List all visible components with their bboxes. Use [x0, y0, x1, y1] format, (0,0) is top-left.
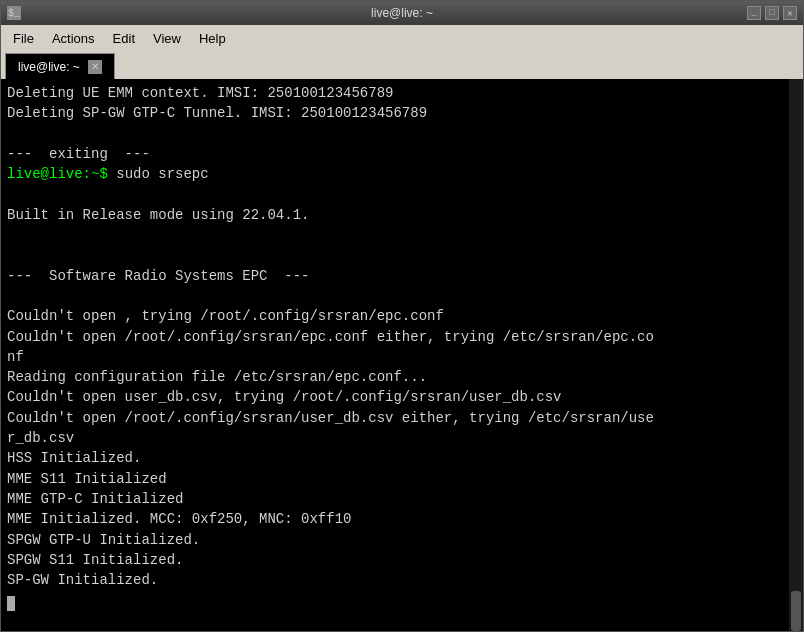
terminal-window: $_ live@live: ~ _ □ ✕ File Actions Edit …: [0, 0, 804, 632]
terminal-line: Couldn't open /root/.config/srsran/user_…: [7, 408, 783, 428]
close-button[interactable]: ✕: [783, 6, 797, 20]
window-title: live@live: ~: [371, 6, 433, 20]
terminal-line: SPGW GTP-U Initialized.: [7, 530, 783, 550]
terminal-line: Deleting SP-GW GTP-C Tunnel. IMSI: 25010…: [7, 103, 783, 123]
menu-file[interactable]: File: [5, 29, 42, 48]
scrollbar[interactable]: [789, 79, 803, 631]
terminal-line: [7, 245, 783, 265]
terminal-prompt-line: live@live:~$ sudo srsepc: [7, 164, 783, 184]
terminal-line: Built in Release mode using 22.04.1.: [7, 205, 783, 225]
terminal-line: MME Initialized. MCC: 0xf250, MNC: 0xff1…: [7, 509, 783, 529]
terminal-line: Couldn't open user_db.csv, trying /root/…: [7, 387, 783, 407]
terminal-line: nf: [7, 347, 783, 367]
terminal-line: SP-GW Initialized.: [7, 570, 783, 590]
terminal-line: HSS Initialized.: [7, 448, 783, 468]
terminal-line: MME GTP-C Initialized: [7, 489, 783, 509]
menu-actions[interactable]: Actions: [44, 29, 103, 48]
terminal-line: [7, 184, 783, 204]
menu-bar: File Actions Edit View Help: [1, 25, 803, 51]
tab-close-button[interactable]: ✕: [88, 60, 102, 74]
menu-help[interactable]: Help: [191, 29, 234, 48]
terminal-output[interactable]: Deleting UE EMM context. IMSI: 250100123…: [1, 79, 789, 631]
tab-bar: live@live: ~ ✕: [1, 51, 803, 79]
menu-edit[interactable]: Edit: [105, 29, 143, 48]
terminal-line: r_db.csv: [7, 428, 783, 448]
terminal-icon: $_: [7, 6, 21, 20]
maximize-button[interactable]: □: [765, 6, 779, 20]
title-bar: $_ live@live: ~ _ □ ✕: [1, 1, 803, 25]
terminal-line: SPGW S11 Initialized.: [7, 550, 783, 570]
scrollbar-thumb[interactable]: [791, 591, 801, 631]
terminal-area[interactable]: Deleting UE EMM context. IMSI: 250100123…: [1, 79, 803, 631]
terminal-line: [7, 286, 783, 306]
terminal-line: Reading configuration file /etc/srsran/e…: [7, 367, 783, 387]
terminal-line: Couldn't open , trying /root/.config/srs…: [7, 306, 783, 326]
tab-label: live@live: ~: [18, 60, 80, 74]
title-bar-left: $_: [7, 6, 21, 20]
minimize-button[interactable]: _: [747, 6, 761, 20]
terminal-line: [7, 124, 783, 144]
terminal-line: Deleting UE EMM context. IMSI: 250100123…: [7, 83, 783, 103]
menu-view[interactable]: View: [145, 29, 189, 48]
terminal-line: --- Software Radio Systems EPC ---: [7, 266, 783, 286]
terminal-line: MME S11 Initialized: [7, 469, 783, 489]
terminal-tab[interactable]: live@live: ~ ✕: [5, 53, 115, 79]
terminal-line: [7, 225, 783, 245]
window-controls: _ □ ✕: [747, 6, 797, 20]
terminal-line: --- exiting ---: [7, 144, 783, 164]
terminal-line: Couldn't open /root/.config/srsran/epc.c…: [7, 327, 783, 347]
terminal-cursor-line: [7, 590, 783, 610]
